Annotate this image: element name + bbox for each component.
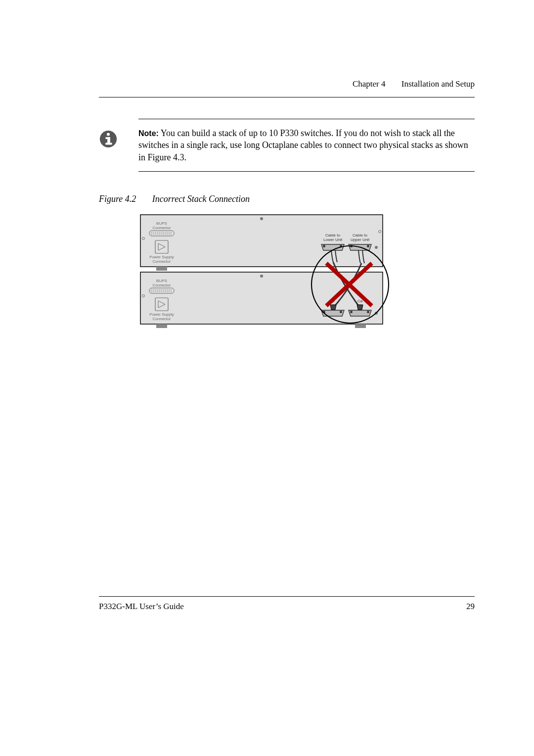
header-chapter: Chapter 4	[353, 79, 386, 89]
note-rule-top	[138, 119, 475, 119]
header-rule	[99, 97, 475, 97]
svg-rect-56	[367, 311, 369, 313]
note-rule-bottom	[138, 171, 475, 172]
svg-rect-3	[107, 137, 110, 143]
note-prefix: Note:	[138, 129, 159, 138]
note-body: You can build a stack of up to 10 P330 s…	[138, 128, 468, 162]
figure-number: Figure 4.2	[99, 194, 136, 204]
svg-point-6	[260, 217, 263, 220]
page-header: Chapter 4 Installation and Setup	[353, 79, 475, 89]
info-icon	[99, 130, 118, 148]
figure-title: Incorrect Stack Connection	[152, 194, 250, 204]
stack-diagram: BUPS Connector Power Supply Connector Ca…	[138, 213, 396, 331]
cable-upper-1: Cable to	[353, 233, 367, 237]
power-label-1: Power Supply	[149, 255, 174, 259]
figure-caption: Figure 4.2 Incorrect Stack Connection	[99, 194, 250, 204]
cable-lower-2: Lower Unit	[323, 237, 343, 242]
note-text: Note: You can build a stack of up to 10 …	[138, 127, 475, 163]
bups-label-2: Connector	[153, 226, 171, 230]
svg-rect-55	[351, 311, 352, 313]
svg-rect-4	[105, 143, 112, 145]
svg-text:Power Supply: Power Supply	[149, 312, 174, 317]
svg-rect-22	[156, 267, 167, 271]
svg-rect-58	[355, 324, 366, 328]
svg-rect-48	[156, 324, 167, 328]
svg-text:Ca: Ca	[357, 299, 363, 303]
svg-text:BUPS: BUPS	[156, 279, 167, 283]
svg-rect-23	[323, 245, 325, 247]
svg-point-1	[107, 133, 110, 136]
power-label-2: Connector	[153, 259, 171, 264]
svg-point-29	[260, 275, 263, 278]
svg-rect-5	[140, 215, 383, 267]
document-page: Chapter 4 Installation and Setup Note: Y…	[0, 0, 534, 643]
note-block: Note: You can build a stack of up to 10 …	[138, 119, 475, 172]
cable-lower-1: Cable to	[325, 233, 340, 237]
svg-text:Connector: Connector	[153, 283, 171, 287]
footer-left: P332G-ML User’s Guide	[99, 602, 184, 612]
bups-label-1: BUPS	[156, 221, 167, 226]
svg-rect-26	[367, 245, 369, 247]
footer-page-number: 29	[466, 602, 475, 612]
svg-rect-54	[340, 311, 342, 313]
svg-text:Connector: Connector	[153, 317, 171, 321]
header-title: Installation and Setup	[401, 79, 475, 89]
footer-rule	[99, 596, 475, 597]
cable-upper-2: Upper Unit	[351, 237, 370, 242]
svg-point-27	[375, 246, 378, 249]
page-footer: P332G-ML User’s Guide 29	[99, 602, 475, 612]
